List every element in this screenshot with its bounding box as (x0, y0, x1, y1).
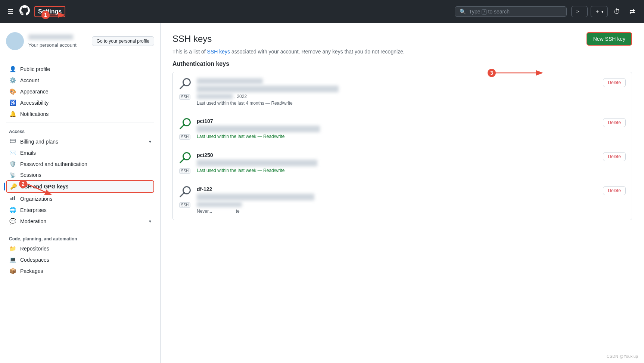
shield-icon: 🛡️ (9, 161, 16, 167)
table-row: SSH df-122 SHA256:xxxxxxxxxxxxxxxxxxxxxx… (173, 180, 632, 220)
table-row: SSH pci107 SHA256:xxxxxxxxxxxxxxxxxxxxxx… (173, 112, 632, 146)
broadcast-icon: 📡 (9, 172, 16, 178)
sidebar-item-label: Sessions (20, 172, 151, 178)
table-row: SSH 100_something_key_name SHA256:xxxxxx… (173, 72, 632, 112)
main-content: SSH keys New SSH key This is a list of S… (161, 23, 644, 363)
chevron-down-icon: ▾ (149, 139, 151, 144)
svg-rect-2 (10, 198, 12, 200)
sidebar-item-password[interactable]: 🛡️ Password and authentication (6, 159, 154, 170)
sidebar-item-codespaces[interactable]: 💻 Codespaces (6, 254, 154, 265)
package-icon: 📦 (9, 268, 16, 274)
billing-icon (9, 138, 16, 145)
sidebar-item-label: Enterprises (20, 207, 151, 213)
sidebar-item-appearance[interactable]: 🎨 Appearance (6, 86, 154, 97)
hamburger-button[interactable]: ☰ (6, 6, 15, 17)
key-fingerprint: SHA256:xxxxxxxxxxxxxxxxxxxxxxxxxxxxxxxxx… (197, 194, 314, 200)
key-name: pci107 (197, 118, 597, 124)
page-layout: Your personal account Go to your persona… (0, 23, 644, 363)
sidebar-item-billing[interactable]: Billing and plans ▾ (6, 136, 154, 147)
accessibility-icon: ♿ (9, 99, 16, 106)
sidebar-item-label: Codespaces (20, 257, 151, 263)
main-description: This is a list of SSH keys associated wi… (172, 49, 632, 55)
sidebar-item-sessions[interactable]: 📡 Sessions (6, 170, 154, 180)
sidebar-item-account[interactable]: ⚙️ Account (6, 75, 154, 86)
key-icon-wrap: SSH (179, 186, 191, 208)
sidebar-item-accessibility[interactable]: ♿ Accessibility (6, 97, 154, 108)
go-to-profile-button[interactable]: Go to your personal profile (92, 36, 154, 46)
sidebar-item-ssh-gpg[interactable]: 🔑 SSH and GPG keys (6, 180, 154, 193)
key-fingerprint: SHA256:xxxxxxxxxx1e3e0pbw0bYe0k920xxxxxx… (197, 160, 317, 166)
sidebar-item-label: Organizations (20, 196, 151, 202)
new-ssh-key-button[interactable]: New SSH key (587, 32, 632, 46)
ssh-keys-list: SSH 100_something_key_name SHA256:xxxxxx… (172, 72, 632, 220)
code-nav-section: Code, planning, and automation 📁 Reposit… (6, 233, 154, 277)
paint-icon: 🎨 (9, 88, 16, 95)
sidebar-item-label: Billing and plans (20, 139, 145, 145)
chevron-down-icon: ▾ (149, 219, 151, 224)
watermark: CSDN @Youkiup (607, 354, 638, 359)
sidebar-item-label: Password and authentication (20, 161, 151, 167)
main-header: SSH keys New SSH key (172, 32, 632, 46)
key-actions: Delete (603, 78, 626, 87)
nav-actions: ＞_ ＋ ▾ ⏱ ⇄ (571, 6, 638, 17)
sidebar-item-emails[interactable]: ✉️ Emails (6, 147, 154, 159)
github-logo[interactable] (19, 5, 30, 18)
mail-icon: ✉️ (9, 150, 16, 156)
pull-requests-button[interactable]: ⇄ (626, 6, 638, 17)
sidebar-item-label: Public profile (20, 66, 151, 72)
global-search[interactable]: 🔍 Type / to search (455, 6, 567, 17)
delete-button[interactable]: Delete (603, 152, 626, 161)
delete-button[interactable]: Delete (603, 118, 626, 127)
delete-button[interactable]: Delete (603, 78, 626, 87)
svg-rect-3 (12, 197, 13, 200)
terminal-button[interactable]: ＞_ (571, 6, 588, 17)
sidebar-item-public-profile[interactable]: 👤 Public profile (6, 64, 154, 75)
table-row: SSH pci250 SHA256:xxxxxxxxxx1e3e0pbw0bYe… (173, 146, 632, 180)
svg-rect-4 (14, 196, 15, 200)
key-icon (179, 152, 191, 167)
sidebar-item-label: Account (20, 77, 151, 83)
repo-icon: 📁 (9, 245, 16, 252)
sidebar-item-label: Repositories (20, 246, 151, 252)
key-icon (179, 118, 191, 133)
key-name: 100_something_key_name (197, 78, 597, 84)
sidebar-item-label: Emails (20, 150, 151, 156)
key-icon-wrap: SSH (179, 152, 191, 174)
settings-title: Settings (34, 6, 65, 17)
key-actions: Delete (603, 152, 626, 161)
sidebar-item-enterprises[interactable]: 🌐 Enterprises (6, 204, 154, 216)
top-navigation: ☰ Settings 🔍 Type / to search ＞_ ＋ ▾ ⏱ ⇄ (0, 0, 644, 23)
personal-nav-section: 👤 Public profile ⚙️ Account 🎨 Appearance… (6, 64, 154, 120)
ssh-badge: SSH (179, 168, 191, 174)
sidebar-item-moderation[interactable]: 💬 Moderation ▾ (6, 216, 154, 227)
sidebar-item-repositories[interactable]: 📁 Repositories (6, 243, 154, 254)
access-section-label: Access (6, 126, 154, 136)
sidebar-item-organizations[interactable]: Organizations (6, 193, 154, 204)
key-status: Last used within the last 4 months — Rea… (197, 101, 597, 106)
key-status: Never... te (197, 209, 597, 214)
delete-button[interactable]: Delete (603, 186, 626, 195)
ssh-badge: SSH (179, 94, 191, 100)
sidebar-item-packages[interactable]: 📦 Packages (6, 265, 154, 277)
new-button[interactable]: ＋ ▾ (591, 6, 608, 17)
sidebar-item-label: SSH and GPG keys (21, 184, 150, 190)
ssh-badge: SSH (179, 134, 191, 140)
sidebar-item-notifications[interactable]: 🔔 Notifications (6, 108, 154, 120)
key-fingerprint: SHA256:xxxxxxxxxxxxxxxxxxxxxxxxxxxx_4pci… (197, 126, 320, 132)
plus-icon: ＋ (595, 8, 600, 15)
key-fingerprint: SHA256:xxxxxxxxxxxxxxxxxxxxxxxxxxxxxxxxx… (197, 86, 339, 92)
key-name: df-122 (197, 186, 597, 192)
key-actions: Delete (603, 118, 626, 127)
key-actions: Delete (603, 186, 626, 195)
activity-button[interactable]: ⏱ (611, 6, 623, 17)
organization-icon (9, 195, 16, 202)
sidebar-user-section: Your personal account Go to your persona… (6, 32, 154, 56)
key-icon: 🔑 (10, 183, 17, 190)
ssh-link[interactable]: SSH keys (207, 49, 230, 55)
chevron-down-icon: ▾ (601, 9, 604, 14)
nav-divider (6, 123, 154, 123)
search-placeholder-text: Type / to search (469, 9, 510, 15)
svg-rect-0 (10, 139, 15, 143)
key-icon (179, 78, 191, 93)
ssh-badge: SSH (179, 202, 191, 208)
